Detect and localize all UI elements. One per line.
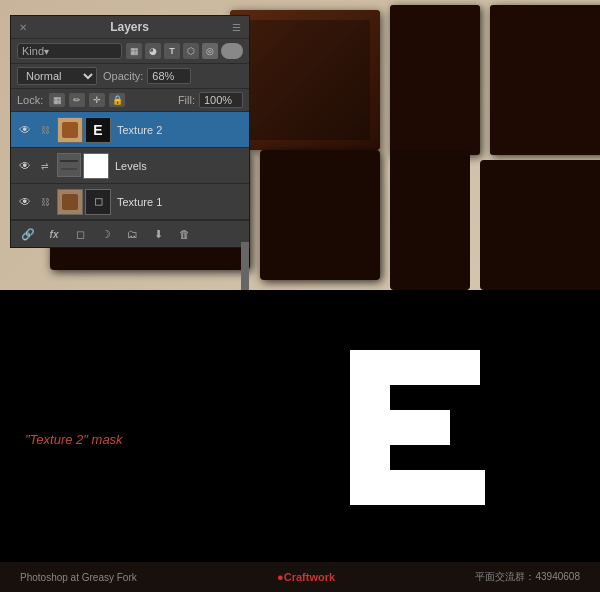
- blend-mode-select[interactable]: Normal: [17, 67, 97, 85]
- visibility-icon-texture2[interactable]: 👁: [17, 122, 33, 138]
- layer-name-levels: Levels: [115, 160, 243, 172]
- mask-e-shape: [330, 340, 500, 515]
- layer-row-texture1[interactable]: 👁 ⛓ ◻ Texture 1: [11, 184, 249, 220]
- opacity-label: Opacity:: [103, 70, 143, 82]
- group-text: 平面交流群：43940608: [475, 570, 580, 584]
- thumb-group-texture1: ◻: [57, 189, 111, 215]
- panel-menu-icon[interactable]: ☰: [232, 22, 241, 33]
- layer-thumb-levels-icon: [57, 153, 81, 177]
- filter-shape-icon[interactable]: ⬡: [183, 43, 199, 59]
- lock-paint-icon[interactable]: ✏: [69, 93, 85, 107]
- panel-search-row: Kind ▾ ▦ ◕ T ⬡ ◎: [11, 39, 249, 64]
- lock-fill-row: Lock: ▦ ✏ ✛ 🔒 Fill:: [11, 89, 249, 112]
- link-layers-icon[interactable]: 🔗: [19, 225, 37, 243]
- link-icon-texture1: ⛓: [37, 194, 53, 210]
- panel-footer: 🔗 fx ◻ ☽ 🗂 ⬇ 🗑: [11, 220, 249, 247]
- lock-label: Lock:: [17, 94, 43, 106]
- filter-smart-icon[interactable]: ◎: [202, 43, 218, 59]
- layer-filter-box[interactable]: Kind ▾: [17, 43, 122, 59]
- thumb-group-levels: [57, 153, 109, 179]
- link-icon-levels: ⇌: [37, 158, 53, 174]
- layers-list: 👁 ⛓ E Texture 2 👁 ⇌: [11, 112, 249, 220]
- layer-row-levels[interactable]: 👁 ⇌ Levels: [11, 148, 249, 184]
- fx-icon[interactable]: fx: [45, 225, 63, 243]
- fill-label: Fill:: [178, 94, 195, 106]
- opacity-group: Opacity:: [103, 68, 191, 84]
- fill-group: Fill:: [178, 92, 243, 108]
- filter-text-icon[interactable]: T: [164, 43, 180, 59]
- panel-title: Layers: [110, 20, 149, 34]
- layers-panel: ✕ Layers ☰ Kind ▾ ▦ ◕ T ⬡ ◎ Normal: [10, 15, 250, 248]
- panel-close-icon[interactable]: ✕: [19, 22, 27, 33]
- delete-layer-icon[interactable]: 🗑: [175, 225, 193, 243]
- fill-input[interactable]: [199, 92, 243, 108]
- layer-thumb-texture1: [57, 189, 83, 215]
- bottom-bar: Photoshop at Greasy Fork ●Craftwork 平面交流…: [0, 562, 600, 592]
- filter-label: Kind: [22, 45, 44, 57]
- visibility-icon-texture1[interactable]: 👁: [17, 194, 33, 210]
- adjustment-icon[interactable]: ☽: [97, 225, 115, 243]
- filter-dropdown-arrow[interactable]: ▾: [44, 46, 49, 57]
- new-layer-icon[interactable]: ⬇: [149, 225, 167, 243]
- canvas-area: ✕ Layers ☰ Kind ▾ ▦ ◕ T ⬡ ◎ Normal: [0, 0, 600, 290]
- opacity-input[interactable]: [147, 68, 191, 84]
- svg-rect-1: [390, 385, 480, 410]
- svg-marker-0: [350, 350, 485, 505]
- panel-header: ✕ Layers ☰: [11, 16, 249, 39]
- lock-icons-group: ▦ ✏ ✛ 🔒: [49, 93, 125, 107]
- link-icon-texture2: ⛓: [37, 122, 53, 138]
- add-mask-icon[interactable]: ◻: [71, 225, 89, 243]
- layer-mask-texture2: E: [85, 117, 111, 143]
- blend-opacity-row: Normal Opacity:: [11, 64, 249, 89]
- filter-adjust-icon[interactable]: ◕: [145, 43, 161, 59]
- logo-text: ●Craftwork: [277, 571, 335, 583]
- layer-name-texture2: Texture 2: [117, 124, 243, 136]
- scrollbar-thumb[interactable]: [241, 242, 249, 290]
- filter-pixel-icon[interactable]: ▦: [126, 43, 142, 59]
- lock-move-icon[interactable]: ✛: [89, 93, 105, 107]
- lock-transparent-icon[interactable]: ▦: [49, 93, 65, 107]
- layer-mask-levels: [83, 153, 109, 179]
- mask-label: "Texture 2" mask: [25, 430, 123, 448]
- layer-row-texture2[interactable]: 👁 ⛓ E Texture 2: [11, 112, 249, 148]
- filter-icons-group: ▦ ◕ T ⬡ ◎: [126, 43, 243, 59]
- tutorial-area: "Texture 2" mask Photoshop at Greasy For…: [0, 290, 600, 592]
- layer-mask-texture1: ◻: [85, 189, 111, 215]
- group-icon[interactable]: 🗂: [123, 225, 141, 243]
- filter-toggle[interactable]: [221, 43, 243, 59]
- lock-all-icon[interactable]: 🔒: [109, 93, 125, 107]
- visibility-icon-levels[interactable]: 👁: [17, 158, 33, 174]
- layer-name-texture1: Texture 1: [117, 196, 243, 208]
- attribution-text: Photoshop at Greasy Fork: [20, 572, 137, 583]
- mask-shape-container: [330, 340, 500, 519]
- layer-thumb-texture2: [57, 117, 83, 143]
- svg-rect-2: [390, 445, 450, 470]
- thumb-group-texture2: E: [57, 117, 111, 143]
